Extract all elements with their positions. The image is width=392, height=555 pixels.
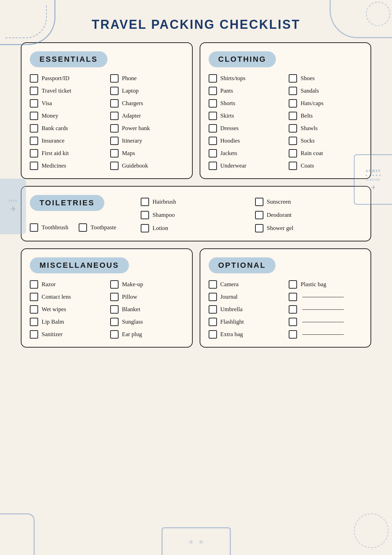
label-toothbrush: Toothbrush — [42, 224, 68, 231]
clothing-card: CLOTHING Shirts/tops Shoes Pants Sandal — [200, 42, 372, 179]
label-lotion: Lotion — [153, 225, 168, 232]
checkbox-sunglass[interactable] — [110, 318, 119, 326]
label-skirts: Skirts — [220, 112, 234, 119]
checkbox-itinerary[interactable] — [110, 137, 119, 145]
checkbox-makeup[interactable] — [110, 280, 119, 289]
checkbox-sanitizer[interactable] — [30, 330, 38, 339]
checkbox-dresses[interactable] — [209, 124, 217, 133]
label-chargers: Chargers — [122, 100, 143, 107]
checkbox-pants[interactable] — [209, 87, 217, 95]
checkbox-first-aid[interactable] — [30, 149, 38, 157]
checkbox-journal[interactable] — [209, 293, 217, 301]
checkbox-visa[interactable] — [30, 99, 38, 108]
checkbox-socks[interactable] — [289, 137, 297, 145]
checkbox-wet-wipes[interactable] — [30, 305, 38, 314]
stamp-bottom-center: ★ ★ — [162, 527, 231, 555]
label-medicines: Medicines — [42, 162, 66, 169]
checkbox-pillow[interactable] — [110, 293, 119, 301]
label-shampoo: Shampoo — [153, 212, 175, 219]
checkbox-coats[interactable] — [289, 162, 297, 170]
checkbox-shirts[interactable] — [209, 74, 217, 83]
checkbox-sunscreen[interactable] — [255, 198, 263, 206]
checkbox-hairbrush[interactable] — [141, 198, 149, 206]
checkbox-hoodies[interactable] — [209, 137, 217, 145]
checkbox-deodorant[interactable] — [255, 211, 263, 219]
checkbox-umbrella[interactable] — [209, 305, 217, 314]
checkbox-sandals[interactable] — [289, 87, 297, 95]
checkbox-lip-balm[interactable] — [30, 318, 38, 326]
checkbox-optional-blank1[interactable] — [289, 293, 297, 301]
list-item: Rain coat — [289, 149, 362, 157]
checkbox-extra-bag[interactable] — [209, 330, 217, 339]
checkbox-money[interactable] — [30, 112, 38, 120]
optional-blank-line-1 — [302, 297, 344, 297]
checkbox-optional-blank2[interactable] — [289, 305, 297, 314]
checkbox-contact-lens[interactable] — [30, 293, 38, 301]
list-item: Wet wipes — [30, 305, 103, 314]
checkbox-camera[interactable] — [209, 280, 217, 289]
list-item: Umbrella — [209, 305, 282, 314]
checkbox-jackets[interactable] — [209, 149, 217, 157]
miscellaneous-title: MISCELLANEOUS — [40, 261, 119, 270]
checkbox-skirts[interactable] — [209, 112, 217, 120]
checkbox-toothbrush[interactable] — [30, 223, 38, 232]
list-item: Chargers — [110, 99, 184, 108]
checkbox-hats[interactable] — [289, 99, 297, 108]
checkbox-optional-blank3[interactable] — [289, 318, 297, 326]
label-journal: Journal — [220, 293, 238, 300]
arrival-label: ARRIV — [365, 169, 381, 173]
checkbox-adapter[interactable] — [110, 112, 119, 120]
essentials-header: ESSENTIALS — [30, 51, 107, 67]
list-item: Flashlight — [209, 318, 282, 326]
list-item: Razor — [30, 280, 103, 289]
label-extra-bag: Extra bag — [220, 331, 243, 338]
checkbox-insurance[interactable] — [30, 137, 38, 145]
label-lip-balm: Lip Balm — [42, 318, 64, 325]
iata-label: IATA — [9, 199, 17, 203]
list-item: Insurance — [30, 137, 103, 145]
checkbox-blanket[interactable] — [110, 305, 119, 314]
checkbox-travel-ticket[interactable] — [30, 87, 38, 95]
checkbox-belts[interactable] — [289, 112, 297, 120]
list-item: Adapter — [110, 112, 184, 120]
list-item: Toothbrush — [30, 223, 68, 232]
list-item: Shower gel — [255, 224, 363, 232]
label-socks: Socks — [300, 137, 315, 144]
optional-blank-line-4 — [302, 334, 344, 335]
checkbox-maps[interactable] — [110, 149, 119, 157]
list-item: Socks — [289, 137, 362, 145]
checkbox-plastic-bag[interactable] — [289, 280, 297, 289]
checkbox-razor[interactable] — [30, 280, 38, 289]
optional-card: OPTIONAL Camera Plastic bag Journal — [200, 248, 372, 348]
checkbox-ear-plug[interactable] — [110, 330, 119, 339]
list-item: Belts — [289, 112, 362, 120]
checkbox-raincoat[interactable] — [289, 149, 297, 157]
list-item: Blanket — [110, 305, 184, 314]
label-sunglass: Sunglass — [122, 318, 143, 325]
checkbox-shampoo[interactable] — [141, 211, 149, 219]
checkbox-lotion[interactable] — [141, 224, 149, 232]
list-item: Lip Balm — [30, 318, 103, 326]
checkbox-passport[interactable] — [30, 74, 38, 83]
checkbox-guidebook[interactable] — [110, 162, 119, 170]
list-item — [289, 293, 362, 301]
checkbox-underwear[interactable] — [209, 162, 217, 170]
checkbox-phone[interactable] — [110, 74, 119, 83]
checkbox-optional-blank4[interactable] — [289, 330, 297, 339]
checkbox-toothpaste[interactable] — [79, 223, 87, 232]
checkbox-shoes[interactable] — [289, 74, 297, 83]
list-item: Coats — [289, 162, 362, 170]
label-jackets: Jackets — [220, 150, 237, 157]
label-itinerary: Itinerary — [122, 137, 142, 144]
checkbox-power-bank[interactable] — [110, 124, 119, 133]
list-item: Toothpaste — [79, 223, 116, 232]
label-raincoat: Rain coat — [300, 150, 323, 157]
checkbox-medicines[interactable] — [30, 162, 38, 170]
checkbox-shorts[interactable] — [209, 99, 217, 108]
checkbox-bank-cards[interactable] — [30, 124, 38, 133]
checkbox-shower-gel[interactable] — [255, 224, 263, 232]
checkbox-shawls[interactable] — [289, 124, 297, 133]
checkbox-chargers[interactable] — [110, 99, 119, 108]
checkbox-laptop[interactable] — [110, 87, 119, 95]
checkbox-flashlight[interactable] — [209, 318, 217, 326]
